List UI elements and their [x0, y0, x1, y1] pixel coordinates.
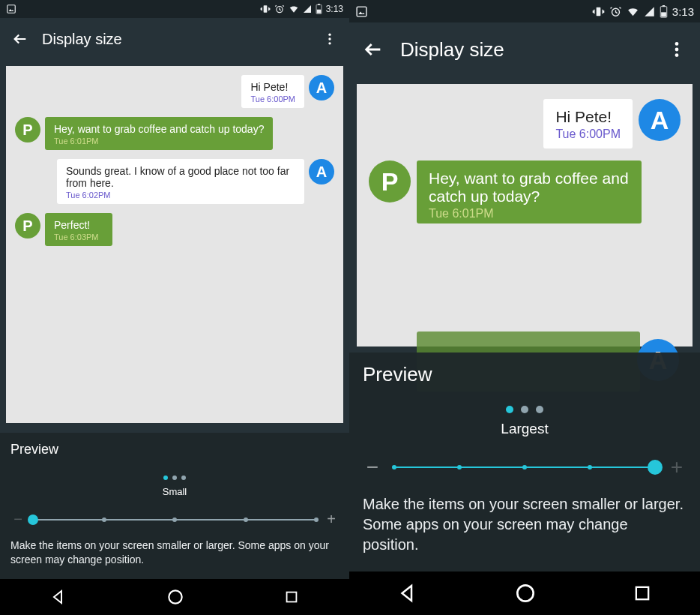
message-bubble: Hey, want to grab coffee and catch up to…	[417, 160, 642, 224]
preview-label: Preview	[10, 442, 339, 458]
message-row: A Hi Pete! Tue 6:00PM	[357, 93, 693, 154]
signal-icon	[644, 6, 655, 17]
page-dots[interactable]	[363, 406, 687, 413]
bottom-panel: Preview Largest − + Ma	[349, 352, 700, 572]
message-text: Hey, want to grab coffee and catch up to…	[429, 170, 630, 206]
svg-rect-21	[636, 587, 648, 599]
message-time: Tue 6:00PM	[250, 94, 295, 104]
svg-rect-12	[596, 7, 600, 15]
svg-rect-4	[318, 4, 320, 4]
size-slider-row: − +	[10, 511, 339, 528]
status-time: 3:13	[326, 4, 343, 14]
overflow-menu-button[interactable]	[316, 26, 343, 52]
size-description: Make the items on your screen smaller or…	[10, 538, 339, 567]
svg-point-19	[675, 53, 679, 57]
phone-left: 3:13 Display size A Hi Pete! Tue 6:00PM …	[0, 0, 349, 615]
avatar-p: P	[15, 213, 40, 238]
avatar-p: P	[369, 160, 411, 202]
nav-recents-button[interactable]	[283, 589, 300, 605]
preview-label: Preview	[363, 363, 687, 386]
message-bubble: Perfect! Tue 6:03PM	[45, 213, 112, 246]
svg-rect-15	[663, 5, 665, 7]
alarm-icon	[609, 5, 622, 18]
message-time: Tue 6:00PM	[555, 128, 621, 141]
message-time: Tue 6:02PM	[66, 190, 295, 200]
dot-active	[163, 476, 168, 480]
page-title: Display size	[42, 31, 316, 48]
message-row: P Hey, want to grab coffee and catch up …	[357, 154, 693, 230]
size-label: Small	[10, 486, 339, 497]
message-bubble: Sounds great. I know of a good place not…	[57, 159, 304, 204]
avatar-a: A	[309, 75, 334, 100]
increase-size-button[interactable]: +	[324, 511, 339, 528]
bottom-panel: Preview Small − + Make	[0, 433, 349, 579]
message-bubble: Hi Pete! Tue 6:00PM	[543, 99, 633, 148]
size-slider[interactable]	[33, 519, 316, 520]
svg-point-18	[675, 48, 679, 52]
svg-rect-5	[316, 10, 321, 14]
message-time: Tue 6:01PM	[54, 136, 264, 146]
svg-point-8	[328, 42, 331, 44]
size-label: Largest	[363, 421, 687, 437]
size-description: Make the items on your screen smaller or…	[363, 494, 687, 555]
vibrate-icon	[260, 4, 271, 14]
phone-right: 3:13 Display size A Hi Pete! Tue 6:00PM …	[349, 0, 700, 615]
nav-back-button[interactable]	[396, 582, 419, 604]
nav-back-button[interactable]	[49, 588, 67, 606]
dot-active	[506, 406, 513, 413]
nav-home-button[interactable]	[166, 587, 185, 607]
svg-point-7	[328, 38, 331, 40]
decrease-size-button[interactable]: −	[10, 511, 25, 528]
svg-rect-1	[263, 5, 267, 12]
back-button[interactable]	[6, 25, 34, 53]
slider-thumb[interactable]	[28, 514, 38, 525]
message-text: Hey, want to grab coffee and catch up to…	[54, 123, 264, 135]
message-text: Hi Pete!	[250, 81, 295, 93]
nav-bar	[349, 572, 700, 615]
dot	[172, 476, 177, 480]
alarm-icon	[274, 4, 285, 14]
battery-icon	[660, 5, 668, 18]
image-icon	[6, 4, 16, 14]
decrease-size-button[interactable]: −	[363, 455, 382, 479]
slider-thumb[interactable]	[648, 460, 663, 475]
size-slider[interactable]	[394, 466, 655, 468]
battery-icon	[316, 4, 322, 14]
preview-area: A Hi Pete! Tue 6:00PM P Hey, want to gra…	[357, 84, 693, 346]
message-row: A Sounds great. I know of a good place n…	[6, 154, 343, 208]
page-title: Display size	[400, 38, 661, 62]
overflow-menu-button[interactable]	[661, 34, 693, 65]
message-text: Hi Pete!	[555, 108, 621, 126]
size-slider-row: − +	[363, 455, 687, 479]
content: A Hi Pete! Tue 6:00PM P Hey, want to gra…	[0, 60, 349, 579]
svg-rect-0	[7, 5, 16, 14]
page-dots[interactable]	[10, 476, 339, 480]
vibrate-icon	[592, 5, 605, 18]
wifi-icon	[289, 4, 299, 14]
message-row: P Hey, want to grab coffee and catch up …	[6, 112, 343, 154]
message-time: Tue 6:01PM	[429, 207, 630, 220]
signal-icon	[303, 4, 312, 14]
nav-home-button[interactable]	[513, 581, 537, 605]
svg-point-9	[169, 590, 181, 603]
svg-point-17	[675, 42, 679, 46]
dot	[181, 476, 186, 480]
avatar-a: A	[309, 159, 334, 184]
nav-recents-button[interactable]	[632, 583, 653, 604]
svg-rect-10	[287, 592, 297, 602]
appbar: Display size	[0, 18, 349, 60]
preview-area: A Hi Pete! Tue 6:00PM P Hey, want to gra…	[6, 66, 343, 423]
status-time: 3:13	[672, 5, 694, 18]
increase-size-button[interactable]: +	[667, 455, 687, 479]
message-bubble: Hey, want to grab coffee and catch up to…	[45, 117, 273, 150]
status-bar: 3:13	[0, 0, 349, 18]
wifi-icon	[627, 5, 639, 18]
content: A Hi Pete! Tue 6:00PM P Hey, want to gra…	[349, 76, 700, 572]
appbar: Display size	[349, 22, 700, 76]
message-text: Perfect!	[54, 219, 103, 231]
avatar-p: P	[15, 117, 40, 142]
message-text: Sounds great. I know of a good place not…	[66, 165, 295, 189]
dot	[536, 406, 543, 413]
svg-point-20	[517, 585, 533, 601]
back-button[interactable]	[357, 33, 390, 66]
